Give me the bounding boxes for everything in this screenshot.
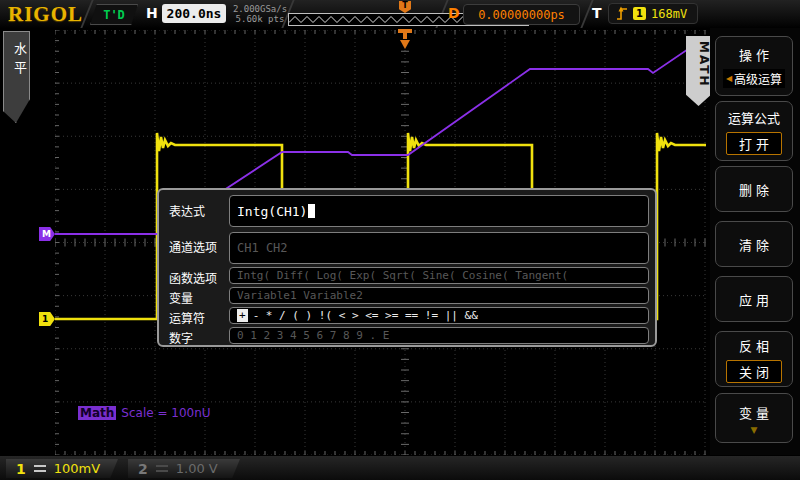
operator-label: 运算符 [169,309,205,326]
menu-operate-button[interactable]: 操 作 ◀ 高级运算 [715,36,793,96]
function-options-field[interactable]: Intg( Diff( Log( Exp( Sqrt( Sine( Cosine… [229,267,649,284]
menu-apply-title: 应 用 [739,290,769,309]
menu-delete-title: 删 除 [739,180,769,199]
menu-apply-button[interactable]: 应 用 [715,276,793,322]
menu-clear-button[interactable]: 清 除 [715,221,793,267]
sample-rate: 2.000GSa/s [229,4,291,14]
channel-status-bar: 1 100mV 2 1.00 V 23:39 [0,455,800,480]
top-status-bar: RIGOL T'D H 200.0ns 2.000GSa/s 5.60k pts… [0,0,800,29]
trigger-delay-value[interactable]: 0.00000000ps [463,4,580,25]
ch1-number: 1 [16,461,26,477]
down-arrow-icon: ▼ [751,427,758,433]
menu-variable-title: 变 量 [739,403,769,422]
horizontal-label: H [146,5,158,21]
function-options-label: 函数选项 [169,269,217,286]
trigger-status-badge: T'D [90,4,138,25]
variable-label: 变量 [169,289,193,306]
left-arrow-icon: ◀ [726,74,732,83]
rigol-logo: RIGOL [8,2,83,27]
ch2-number: 2 [138,461,148,477]
rising-edge-icon [615,6,628,21]
trigger-level-value: 168mV [651,7,687,21]
trigger-label: T [592,5,602,21]
expression-input[interactable]: Intg(CH1) [229,195,649,227]
dc-coupling-icon [34,465,46,472]
ch2-scale: 1.00 V [176,461,218,476]
expression-value: Intg(CH1) [237,204,307,219]
dc-coupling-icon [156,465,168,472]
channel-options-label: 通道选项 [169,238,217,255]
menu-clear-title: 清 除 [739,235,769,254]
menu-operate-value: 高级运算 [734,70,782,87]
trigger-position-marker[interactable] [397,29,413,54]
math-position-marker[interactable]: M [39,227,55,241]
ch1-scale: 100mV [54,461,100,476]
text-cursor [308,204,315,218]
math-scale-text: Scale = 100nU [121,406,210,420]
math-scale-readout: Math Scale = 100nU [78,406,211,420]
operator-list: - * / ( ) !( < > <= >= == != || && [253,309,478,322]
math-badge: Math [78,406,116,420]
delay-label: D [448,5,460,21]
memory-depth: 5.60k pts [229,14,291,24]
number-field[interactable]: 0 1 2 3 4 5 6 7 8 9 . E [229,327,649,344]
acquisition-info: 2.000GSa/s 5.60k pts [229,4,291,24]
math-menu-tab[interactable]: MATH [686,36,711,106]
menu-operate-title: 操 作 [739,45,769,64]
variable-field[interactable]: Variable1 Variable2 [229,287,649,304]
menu-delete-button[interactable]: 删 除 [715,166,793,212]
operator-field[interactable]: + - * / ( ) !( < > <= >= == != || && [229,307,649,324]
ch1-status-box[interactable]: 1 100mV [6,459,118,478]
ch2-status-box[interactable]: 2 1.00 V [128,459,240,478]
menu-invert-title: 反 相 [739,336,769,355]
trigger-source-badge: 1 [633,7,646,20]
menu-invert-value: 关 闭 [726,360,782,383]
menu-variable-button[interactable]: 变 量 ▼ [715,393,793,443]
trigger-status-text: T'D [103,8,125,22]
number-label: 数字 [169,329,193,346]
soft-menu-panel: 操 作 ◀ 高级运算 运算公式 打 开 删 除 清 除 应 用 反 相 关 闭 … [710,28,800,455]
menu-formula-value: 打 开 [726,132,782,155]
horizontal-menu-tab[interactable]: 水平 [3,31,30,123]
trigger-info-box[interactable]: 1 168mV [608,3,698,24]
operator-selected: + [237,309,248,322]
channel-options-field[interactable]: CH1 CH2 [229,232,649,264]
menu-invert-button[interactable]: 反 相 关 闭 [715,331,793,387]
menu-formula-button[interactable]: 运算公式 打 开 [715,101,793,161]
math-expression-dialog: 表达式 Intg(CH1) 通道选项 CH1 CH2 函数选项 Intg( Di… [157,188,657,347]
ch1-ground-marker[interactable]: 1 [39,312,55,326]
oscilloscope-screen: RIGOL T'D H 200.0ns 2.000GSa/s 5.60k pts… [0,0,800,480]
expression-label: 表达式 [169,202,205,219]
memory-trigger-flag-icon[interactable]: T [399,1,411,13]
menu-formula-title: 运算公式 [728,108,780,127]
timebase-value[interactable]: 200.0ns [162,4,226,23]
